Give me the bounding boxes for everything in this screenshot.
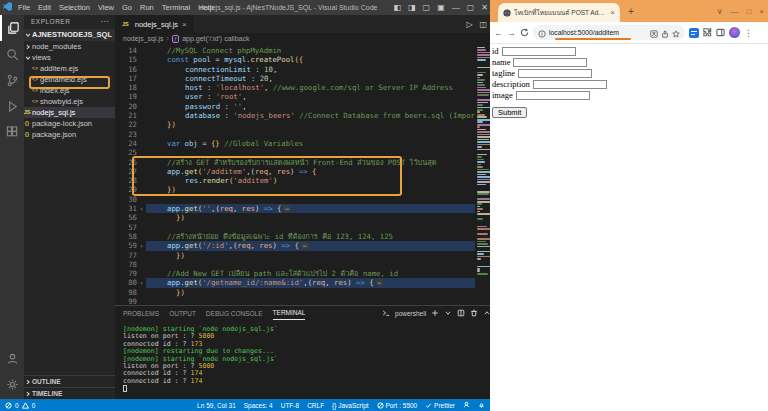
tab-search-chevron-icon[interactable]: ∨	[717, 7, 723, 16]
code-line-16[interactable]: 16connectionLimit : 10,	[115, 65, 510, 74]
breadcrumb-symbol[interactable]: app.get('/:id') callback	[182, 35, 249, 42]
code-line-58[interactable]: 58//สร้างหน้าย่อย ดึงข้อมูลเฉพาะ id ที่ต…	[115, 232, 510, 241]
code-line-57[interactable]: 57	[115, 223, 510, 232]
input-description[interactable]	[533, 80, 607, 89]
code-line-15[interactable]: 15const pool = mysql.createPool({	[115, 55, 510, 64]
code-line-56[interactable]: 56})	[115, 213, 510, 222]
status-item-0[interactable]: Ln 59, Col 31	[197, 402, 236, 409]
run-file-icon[interactable]: ▷	[466, 20, 472, 29]
explorer-item-views[interactable]: views	[24, 52, 115, 63]
code-line-22[interactable]: 22})	[115, 120, 510, 129]
submit-button[interactable]: Submit	[492, 107, 527, 118]
translate-icon[interactable]	[650, 24, 658, 42]
layout-panel-icon[interactable]: ◨	[408, 0, 416, 15]
tab-nodejs-sql-js[interactable]: JS nodejs_sql.js ×	[115, 15, 194, 33]
extensions-icon[interactable]	[0, 119, 24, 145]
code-line-17[interactable]: 17connectTimeout : 20,	[115, 74, 510, 83]
layout-customize-icon[interactable]: ▣	[437, 0, 445, 15]
input-id[interactable]	[502, 47, 576, 56]
menu-selection[interactable]: Selection	[55, 3, 94, 12]
code-line-98[interactable]: 98})	[115, 288, 510, 297]
input-tagline[interactable]	[518, 69, 592, 78]
minimize-icon[interactable]: —	[730, 7, 738, 16]
split-editor-icon[interactable]: ◫	[480, 20, 488, 29]
close-icon[interactable]: ×	[759, 7, 764, 16]
code-line-18[interactable]: 18host : 'localhost', //www.google.com/s…	[115, 83, 510, 92]
status-item-2[interactable]: UTF-8	[281, 402, 299, 409]
menu-file[interactable]: File	[14, 3, 34, 12]
code-line-30[interactable]: 30	[115, 195, 510, 204]
terminal-output[interactable]: [nodemon] starting `node nodejs_sql.js`l…	[115, 320, 510, 393]
layout-secondary-icon[interactable]: ▢	[423, 0, 431, 15]
share-icon[interactable]	[661, 24, 669, 42]
code-line-29[interactable]: 29})	[115, 185, 510, 194]
browser-tab[interactable]: โหเบิกที่โหยแมนนต์ POST Add Item ×	[498, 3, 620, 22]
explorer-item-nodejs_sql.js[interactable]: JSnodejs_sql.js	[24, 107, 115, 118]
menu-edit[interactable]: Edit	[34, 3, 55, 12]
code-line-21[interactable]: 21database : 'nodejs_beers' //Connect Da…	[115, 111, 510, 120]
status-item-5[interactable]: Port : 5500	[377, 402, 418, 409]
extensions-puzzle-icon[interactable]	[703, 28, 712, 37]
extension-docs-icon[interactable]	[689, 28, 699, 38]
explorer-item-additem.ejs[interactable]: <>additem.ejs	[24, 63, 115, 74]
panel-tab-debug-console[interactable]: DEBUG CONSOLE	[206, 310, 263, 317]
menu-terminal[interactable]: Terminal	[158, 3, 194, 12]
code-line-77[interactable]: 77})	[115, 251, 510, 260]
account-icon[interactable]	[0, 345, 24, 371]
close-icon[interactable]: ✕	[481, 0, 488, 15]
code-line-31[interactable]: 31›app.get('',(req, res) => {⋯	[115, 204, 510, 213]
chevron-down-icon[interactable]	[444, 309, 452, 317]
explorer-icon[interactable]	[0, 15, 24, 41]
menu-view[interactable]: View	[94, 3, 118, 12]
explorer-item-index.ejs[interactable]: <>index.ejs	[24, 85, 115, 96]
section-outline[interactable]: OUTLINE	[24, 375, 115, 387]
problems-status[interactable]: 0 0	[5, 402, 35, 409]
fold-chevron-icon[interactable]: ›	[137, 278, 146, 287]
profile-avatar[interactable]	[729, 27, 740, 38]
code-line-24[interactable]: 24var obj = {} //Global Variables	[115, 139, 510, 148]
code-line-20[interactable]: 20password : '',	[115, 102, 510, 111]
explorer-item-getnameid.ejs[interactable]: <>getnameid.ejs	[24, 74, 115, 85]
new-terminal-icon[interactable]	[431, 309, 439, 317]
breadcrumb-file[interactable]: nodejs_sql.js	[123, 35, 163, 42]
code-line-80[interactable]: 80›app.get('/getname_id/:name&:id',(req,…	[115, 278, 510, 287]
input-name[interactable]	[513, 58, 587, 67]
source-control-icon[interactable]	[0, 67, 24, 93]
fold-chevron-icon[interactable]: ›	[137, 241, 146, 250]
explorer-item-showbyid.ejs[interactable]: <>showbyid.ejs	[24, 96, 115, 107]
kill-terminal-trash-icon[interactable]	[470, 309, 478, 317]
code-line-27[interactable]: 27app.get('/additem',(req, res) => {	[115, 167, 510, 176]
input-image[interactable]	[516, 91, 590, 100]
breadcrumb[interactable]: nodejs_sql.js › ƒ app.get('/:id') callba…	[115, 33, 510, 44]
status-item-1[interactable]: Spaces: 4	[244, 402, 273, 409]
section-timeline[interactable]: TIMELINE	[24, 387, 115, 399]
explorer-more-icon[interactable]: ⋯	[101, 15, 116, 29]
code-line-19[interactable]: 19user : 'root',	[115, 92, 510, 101]
bookmark-star-icon[interactable]	[672, 24, 680, 42]
panel-tab-problems[interactable]: PROBLEMS	[123, 310, 159, 317]
code-line-26[interactable]: 26//สร้าง GET สำหรับรองรับการแสดงผลหน้า …	[115, 158, 510, 167]
explorer-root-folder[interactable]: AJNESTNODEJS_SQL	[24, 29, 115, 41]
code-line-23[interactable]: 23	[115, 130, 510, 139]
status-item-3[interactable]: CRLF	[307, 402, 324, 409]
browser-menu-icon[interactable]: ⋮	[744, 28, 753, 38]
side-panel-icon[interactable]	[716, 28, 725, 37]
site-info-icon[interactable]	[538, 24, 546, 42]
notifications-bell-icon[interactable]	[478, 401, 485, 409]
code-line-99[interactable]: 99	[115, 297, 510, 305]
minimize-icon[interactable]: —	[452, 0, 460, 15]
split-terminal-icon[interactable]	[457, 309, 465, 317]
code-line-79[interactable]: 79//Add New GET เปลี่ยน path และใส่ตัวแป…	[115, 269, 510, 278]
menu-run[interactable]: Run	[136, 3, 158, 12]
code-line-28[interactable]: 28res.render('additem')	[115, 176, 510, 185]
status-item-6[interactable]: Prettier	[425, 402, 455, 409]
shell-name[interactable]: powershell	[395, 310, 426, 317]
code-line-25[interactable]: 25	[115, 148, 510, 157]
maximize-icon[interactable]: ▢	[467, 0, 475, 15]
status-item-4[interactable]: {} JavaScript	[332, 402, 369, 409]
panel-tab-output[interactable]: OUTPUT	[169, 310, 196, 317]
address-bar[interactable]: localhost:5000/additem	[533, 25, 685, 40]
tab-close-icon[interactable]: ×	[182, 20, 187, 29]
run-debug-icon[interactable]	[0, 93, 24, 119]
panel-tab-terminal[interactable]: TERMINAL	[273, 306, 306, 320]
